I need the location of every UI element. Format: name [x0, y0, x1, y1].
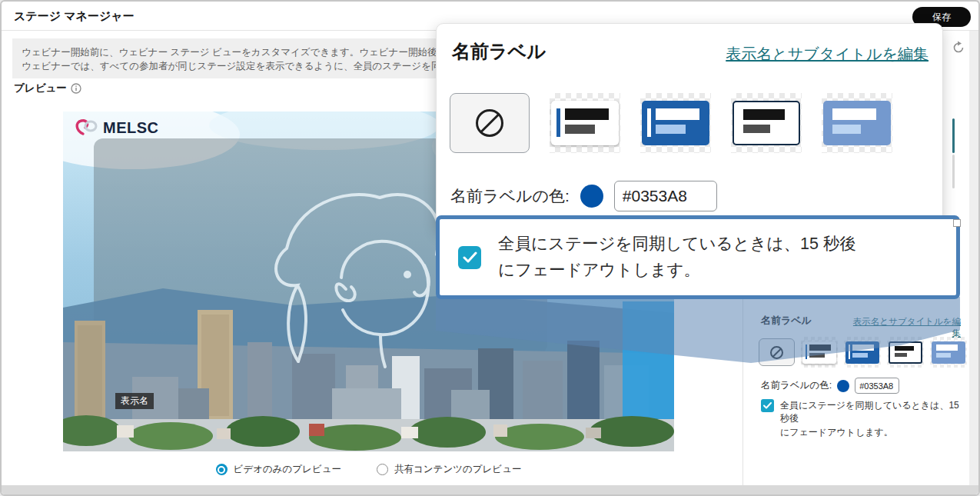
label-style-outlined-button[interactable]	[887, 337, 924, 368]
sidebar-scrollbar-track	[952, 155, 955, 188]
sync-checkbox-line2: にフェードアウトします。	[780, 427, 893, 438]
sync-checkbox-line1: 全員にステージを同期しているときは、15 秒後	[780, 400, 959, 424]
popup-label-color-row: 名前ラベルの色:	[450, 181, 717, 211]
popup-label-color-text: 名前ラベルの色:	[450, 185, 570, 207]
sidebar-sync-checkbox-row: 全員にステージを同期しているときは、15 秒後 にフェードアウトします。	[761, 399, 962, 439]
sidebar-label-color-text: 名前ラベルの色:	[761, 379, 832, 392]
sync-checkbox-line2: にフェードアウトします。	[498, 261, 700, 279]
display-name-tag: 表示名	[115, 393, 154, 409]
info-icon	[71, 83, 81, 94]
radio-video-only[interactable]: ビデオのみのプレビュー	[216, 463, 341, 476]
radio-selected-icon[interactable]	[216, 464, 228, 475]
preview-label: プレビュー	[14, 82, 67, 95]
label-style-light-card-button[interactable]	[801, 337, 838, 368]
sync-checkbox-callout: 全員にステージを同期しているときは、15 秒後 にフェードアウトします。	[436, 215, 960, 299]
sidebar-scrollbar-thumb[interactable]	[952, 118, 955, 153]
window-bottom-edge	[2, 485, 978, 494]
sidebar-name-label-heading: 名前ラベル	[761, 314, 812, 328]
heart-logo-icon	[74, 118, 100, 138]
sidebar-label-color-row: 名前ラベルの色:	[761, 378, 899, 394]
label-style-translucent-button[interactable]	[930, 337, 967, 368]
checkmark-icon	[463, 251, 477, 263]
color-swatch[interactable]	[580, 185, 603, 208]
popup-label-style-options	[450, 93, 892, 153]
sidebar-label-style-options	[759, 337, 967, 368]
sync-fade-checkbox[interactable]	[761, 399, 774, 412]
radio-shared-content-label: 共有コンテンツのプレビュー	[394, 463, 521, 476]
label-style-dark-blue-button[interactable]	[844, 337, 881, 368]
no-label-icon	[476, 109, 503, 137]
preview-label-row: プレビュー	[14, 82, 81, 95]
label-color-input[interactable]	[855, 378, 899, 394]
name-label-popup: 名前ラベル 表示名とサブタイトルを編集 名前ラベルの色:	[436, 23, 943, 232]
right-margin-strip	[969, 31, 979, 488]
no-label-icon	[770, 346, 783, 359]
brand-name: MELSC	[103, 119, 159, 137]
popup-edit-display-name-link[interactable]: 表示名とサブタイトルを編集	[726, 44, 929, 65]
label-color-input[interactable]	[614, 181, 717, 211]
sidebar-edit-display-name-link[interactable]: 表示名とサブタイトルを編集	[847, 316, 961, 339]
radio-video-only-label: ビデオのみのプレビュー	[234, 463, 341, 476]
page-title: ステージ マネージャー	[14, 9, 135, 24]
sync-checkbox-line1: 全員にステージを同期しているときは、15 秒後	[498, 235, 856, 253]
refresh-icon[interactable]	[951, 40, 966, 55]
checkmark-icon	[763, 402, 772, 409]
label-style-dark-blue-button[interactable]	[640, 93, 711, 153]
label-style-outlined-button[interactable]	[731, 93, 802, 153]
popup-name-label-heading: 名前ラベル	[452, 39, 546, 64]
sync-fade-checkbox[interactable]	[458, 246, 481, 269]
brand-logo: MELSC	[74, 118, 159, 138]
label-style-translucent-button[interactable]	[822, 93, 892, 153]
preview-mode-radios: ビデオのみのプレビュー 共有コンテンツのプレビュー	[63, 463, 674, 476]
stage-manager-window: ステージ マネージャー 保存 ウェビナー開始前に、ウェビナー ステージ ビューを…	[0, 0, 980, 496]
label-style-none-button[interactable]	[450, 93, 530, 153]
radio-shared-content[interactable]: 共有コンテンツのプレビュー	[377, 463, 521, 476]
color-swatch[interactable]	[837, 380, 849, 392]
label-style-light-card-button[interactable]	[550, 93, 620, 153]
label-style-none-button[interactable]	[759, 338, 795, 366]
radio-unselected-icon[interactable]	[377, 464, 388, 475]
callout-resize-handle[interactable]	[953, 219, 961, 227]
